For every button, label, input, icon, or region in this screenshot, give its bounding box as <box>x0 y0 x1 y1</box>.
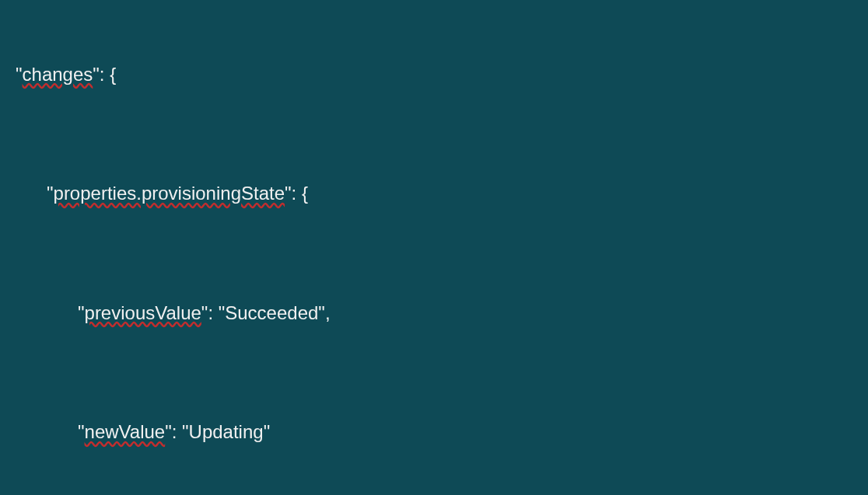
key-new-value: newValue <box>85 421 166 442</box>
key-provisioning-state: properties.provisioningState <box>54 183 285 204</box>
key-previous-value: previousValue <box>85 302 201 323</box>
json-code-block: "changes": { "properties.provisioningSta… <box>0 0 868 495</box>
line-prov-new: "newValue": "Updating" <box>0 417 868 447</box>
line-prov-prev: "previousValue": "Succeeded", <box>0 298 868 328</box>
value-prov-new: Updating <box>189 421 264 442</box>
line-changes: "changes": { <box>0 60 868 89</box>
line-prov-key: "properties.provisioningState": { <box>0 179 868 208</box>
key-changes: changes <box>23 64 93 85</box>
value-prov-prev: Succeeded <box>225 302 318 323</box>
